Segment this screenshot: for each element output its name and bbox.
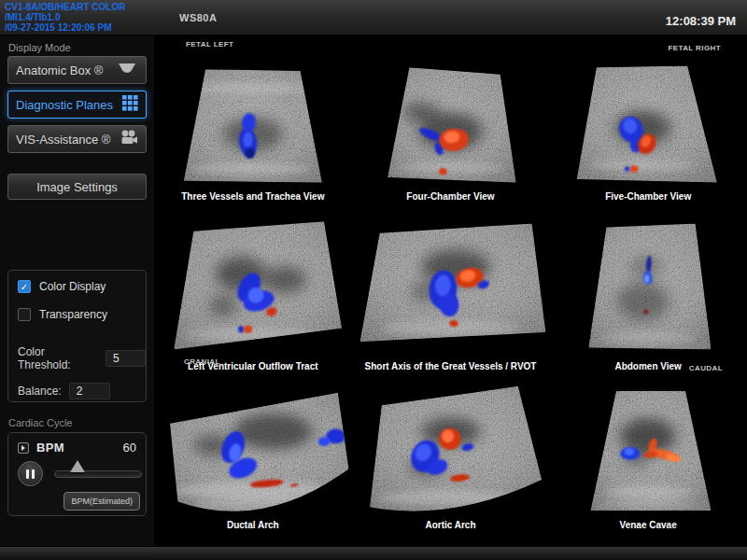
balance-row: Balance: 2 [8, 383, 146, 399]
image-settings-label: Image Settings [36, 180, 118, 194]
plane-caption: Four-Chamber View [406, 191, 494, 203]
color-threshold-field[interactable]: 5 [106, 350, 146, 367]
bpm-slider[interactable] [54, 470, 142, 478]
display-mode-label: Display Mode [0, 35, 154, 56]
plane-cell-short-axis[interactable]: Short Axis of the Great Vessels / RVOT [352, 203, 550, 373]
anatomic-box-button[interactable]: Anatomic Box ® [7, 56, 147, 84]
cardiac-cycle-panel: BPM 60 BPM(Estimated) [7, 432, 147, 516]
control-sidebar: Display Mode Anatomic Box ® Diagnostic P… [0, 35, 154, 546]
system-name: WS80A [179, 12, 217, 23]
color-display-row: ✓ Color Display [8, 280, 146, 293]
diagnostic-planes-viewport: FETAL LEFT FETAL RIGHT CRANIAL CAUDAL Th… [154, 35, 747, 546]
bpm-slider-thumb[interactable] [70, 460, 85, 472]
cycle-toggle-icon[interactable] [18, 442, 29, 454]
bottom-bar [0, 546, 747, 560]
vis-assistance-button[interactable]: VIS-Assistance ® [7, 125, 147, 153]
plane-caption: Aortic Arch [425, 520, 475, 532]
color-display-checkbox[interactable]: ✓ [18, 280, 31, 293]
plane-caption: Short Axis of the Great Vessels / RVOT [365, 361, 537, 373]
bpm-estimated-label: BPM(Estimated) [71, 497, 133, 506]
ultrasound-image [352, 382, 550, 518]
color-display-label: Color Display [39, 280, 106, 293]
plane-cell-aortic-arch[interactable]: Aortic Arch [352, 373, 550, 532]
ultrasound-image [154, 214, 352, 359]
transparency-row: ✓ Transparency [8, 308, 146, 321]
anatomic-box-label: Anatomic Box ® [16, 63, 116, 77]
ultrasound-image [549, 214, 747, 359]
exam-info-line3: /09-27-2015 12:20:06 PM [5, 22, 112, 33]
ultrasound-image [352, 214, 550, 359]
bpm-row: BPM 60 [8, 433, 146, 455]
plane-cell-lvot[interactable]: Left Ventricular Outflow Tract [154, 203, 352, 373]
color-threshold-value: 5 [113, 352, 120, 365]
ultrasound-image [352, 61, 550, 189]
plane-cell-five-chamber[interactable]: Five-Chamber View [549, 49, 747, 203]
bpm-estimated-button[interactable]: BPM(Estimated) [63, 492, 140, 511]
exam-info-line2: /MI1.4/TIb1.0 [5, 12, 60, 22]
bpm-label: BPM [36, 441, 64, 455]
image-settings-button[interactable]: Image Settings [7, 174, 147, 200]
diagnostic-planes-button[interactable]: Diagnostic Planes [7, 91, 147, 119]
orientation-label-fetal-left: FETAL LEFT [186, 40, 233, 49]
probe-fan-icon [116, 63, 138, 78]
ultrasound-image [549, 61, 747, 189]
image-settings-panel: ✓ Color Display ✓ Transparency Color Thr… [7, 270, 147, 402]
transparency-label: Transparency [39, 308, 107, 321]
bpm-controls [8, 461, 146, 486]
exam-info-text: CV1-8A/OB/HEART COLOR /MI1.4/TIb1.0 /09-… [5, 2, 125, 33]
clock: 12:08:39 PM [666, 14, 736, 28]
transparency-checkbox[interactable]: ✓ [18, 308, 31, 321]
pause-icon [32, 469, 35, 479]
plane-cell-ductal-arch[interactable]: Ductal Arch [154, 373, 352, 532]
plane-caption: Three Vessels and Trachea View [181, 191, 324, 203]
plane-cell-venae-cavae[interactable]: Venae Cavae [549, 373, 747, 532]
plane-cell-abdomen[interactable]: Abdomen View [549, 203, 747, 373]
plane-cell-three-vessels[interactable]: Three Vessels and Trachea View [154, 49, 352, 203]
ultrasound-image [549, 382, 747, 518]
cardiac-cycle-label: Cardiac Cycle [0, 402, 154, 430]
plane-caption: Venae Cavae [620, 520, 677, 532]
vis-assistance-label: VIS-Assistance ® [16, 133, 120, 147]
ultrasound-image [154, 382, 352, 518]
diagnostic-planes-label: Diagnostic Planes [16, 98, 122, 112]
plane-cell-four-chamber[interactable]: Four-Chamber View [352, 49, 550, 203]
orientation-label-cranial: CRANIAL [184, 357, 220, 366]
plane-caption: Ductal Arch [227, 520, 279, 532]
balance-label: Balance: [18, 385, 62, 398]
balance-field[interactable]: 2 [69, 383, 110, 399]
color-threshold-row: Color Threshold: 5 [8, 345, 146, 371]
orientation-label-caudal: CAUDAL [689, 364, 723, 372]
grid-icon [122, 95, 138, 114]
plane-caption: Five-Chamber View [605, 191, 691, 203]
color-threshold-label: Color Threshold: [18, 345, 98, 371]
plane-caption: Abdomen View [614, 361, 682, 373]
bpm-value: 60 [123, 441, 136, 455]
check-icon: ✓ [21, 282, 28, 292]
orientation-label-fetal-right: FETAL RIGHT [668, 44, 721, 52]
film-camera-icon [120, 130, 138, 148]
app-screen: CV1-8A/OB/HEART COLOR /MI1.4/TIb1.0 /09-… [0, 0, 747, 560]
balance-value: 2 [77, 385, 83, 398]
pause-button[interactable] [18, 461, 43, 486]
pause-icon [26, 469, 29, 479]
top-status-bar: CV1-8A/OB/HEART COLOR /MI1.4/TIb1.0 /09-… [0, 0, 747, 35]
exam-info-line1: CV1-8A/OB/HEART COLOR [5, 2, 125, 12]
ultrasound-image [154, 61, 352, 189]
